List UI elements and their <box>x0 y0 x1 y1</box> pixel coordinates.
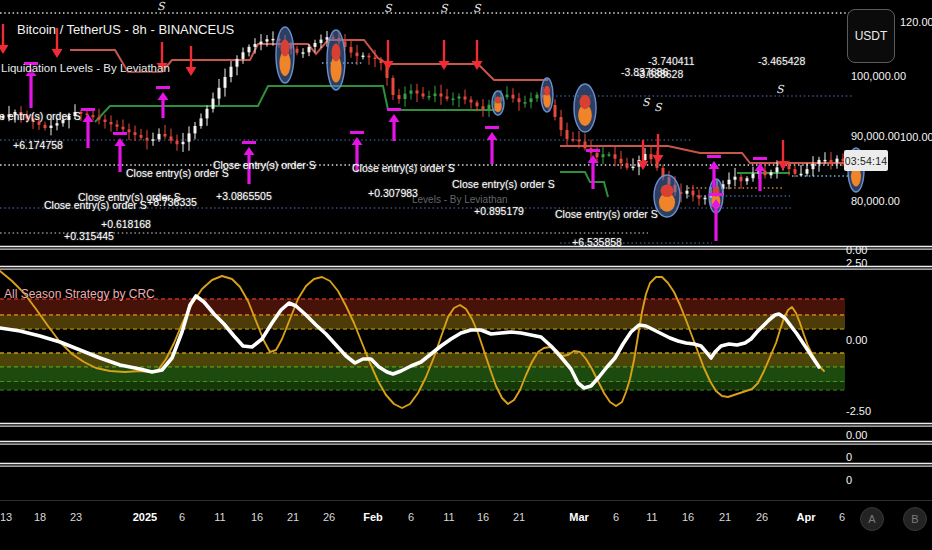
time-axis-tick: 2025 <box>130 511 160 523</box>
currency-toggle-button[interactable]: USDT <box>847 9 895 63</box>
indicator-axis-label: 2.50 <box>846 257 867 269</box>
chart-canvas[interactable] <box>0 0 932 550</box>
time-axis-tick: 16 <box>242 511 272 523</box>
close-entry-value: +0.895179 <box>474 206 524 218</box>
time-axis-tick: 6 <box>396 511 426 523</box>
liquidation-line-red <box>70 40 846 163</box>
close-entry-value: +0.618168 <box>101 219 151 231</box>
time-axis-tick: 26 <box>314 511 344 523</box>
close-entry-label: Close entry(s) order S <box>0 111 81 123</box>
indicator-axis-label: 0.00 <box>846 244 867 256</box>
oscillator-title[interactable]: All Season Strategy by CRC <box>4 288 155 301</box>
close-entry-value: +6.535858 <box>572 237 622 249</box>
pane-separator[interactable] <box>0 464 932 467</box>
close-entry-label: Close entry(s) order S <box>213 160 316 172</box>
currency-toggle-label: USDT <box>855 29 888 43</box>
pane-separator[interactable] <box>0 247 932 250</box>
price-axis-label: 90,000.00 <box>851 130 900 142</box>
short-signal-mark: S <box>473 3 481 15</box>
time-axis-tick: 11 <box>434 511 464 523</box>
indicator-axis-label: -2.50 <box>846 405 871 417</box>
time-axis-tick: 18 <box>25 511 55 523</box>
short-signal-value: -3.638628 <box>636 69 683 81</box>
indicator-axis-label: 0.00 <box>846 334 867 346</box>
time-axis-tick: 6 <box>601 511 631 523</box>
time-axis-tick: Mar <box>564 511 594 523</box>
time-axis-tick: 11 <box>637 511 667 523</box>
time-axis-tick: 6 <box>827 511 857 523</box>
secondary-axis-label: 100.00 <box>900 131 932 143</box>
price-axis-label: 100,000.00 <box>851 70 906 82</box>
secondary-axis-label: 120.00 <box>900 16 932 28</box>
time-axis-tick: 16 <box>468 511 498 523</box>
liquidation-line-green <box>95 86 790 197</box>
time-axis-tick: 21 <box>504 511 534 523</box>
time-axis-tick: 23 <box>61 511 91 523</box>
time-axis[interactable]: 1318232025611162126Feb6111621Mar61116212… <box>0 503 932 550</box>
close-entry-value: +6.174758 <box>13 140 63 152</box>
close-entry-value: +0.315445 <box>64 231 114 243</box>
chart-window: Bitcoin / TetherUS - 8h - BINANCEUS Liqu… <box>0 0 932 550</box>
pane-separator[interactable] <box>0 442 932 445</box>
time-axis-tick: 11 <box>205 511 235 523</box>
symbol-title[interactable]: Bitcoin / TetherUS - 8h - BINANCEUS <box>17 23 234 37</box>
quick-button-a[interactable]: A <box>860 507 884 531</box>
short-signal-mark: S <box>157 1 165 13</box>
indicator-axis-label: 0.00 <box>846 429 867 441</box>
time-axis-tick: 13 <box>0 511 21 523</box>
close-entry-value: +0.307983 <box>368 188 418 200</box>
pane-separator[interactable] <box>0 424 932 427</box>
indicator-axis-label: 0 <box>846 474 852 486</box>
close-entry-label: Close entry(s) order S <box>555 209 658 221</box>
close-entry-value: +8.736335 <box>147 197 197 209</box>
short-signal-mark: S <box>654 102 662 114</box>
quick-button-b[interactable]: B <box>903 507 927 531</box>
indicator-axis-label: 0 <box>846 451 852 463</box>
short-signal-mark: S <box>642 97 650 109</box>
pane-separator[interactable] <box>0 267 932 270</box>
time-axis-tick: 6 <box>167 511 197 523</box>
countdown-badge: 03:54:14 <box>844 150 888 171</box>
short-signal-mark: S <box>384 3 392 15</box>
short-signal-value: -3.465428 <box>758 56 805 68</box>
time-axis-tick: Apr <box>791 511 821 523</box>
price-axis-label: 80,000.00 <box>851 195 900 207</box>
indicator-title[interactable]: Liquidation Levels - By Leviathan <box>1 62 170 75</box>
time-axis-tick: 26 <box>747 511 777 523</box>
close-entry-label: Close entry(s) order S <box>452 179 555 191</box>
sell-signal-arrows <box>0 24 789 170</box>
close-entry-label: Close entry(s) order S <box>352 163 455 175</box>
time-axis-tick: Feb <box>358 511 388 523</box>
time-axis-tick: 16 <box>673 511 703 523</box>
time-axis-tick: 21 <box>278 511 308 523</box>
close-entry-value: +3.0865505 <box>216 191 272 203</box>
indicator-watermark: Levels - By Leviathan <box>412 194 508 205</box>
short-signal-mark: S <box>776 84 784 96</box>
oscillator-bands <box>0 299 845 390</box>
time-axis-tick: 21 <box>710 511 740 523</box>
short-signal-mark: S <box>440 3 448 15</box>
